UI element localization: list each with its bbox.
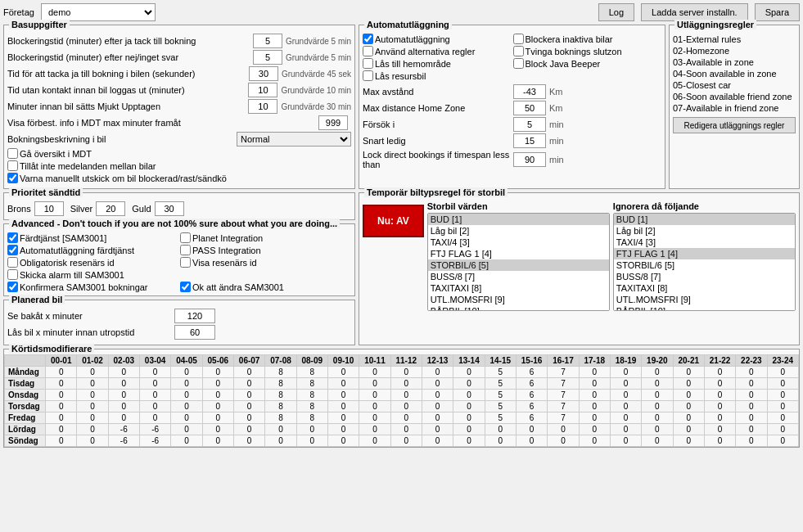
kort-cell-0-11[interactable]: 0 [390, 367, 422, 378]
kort-cell-1-22[interactable]: 0 [736, 378, 767, 390]
kort-cell-2-21[interactable]: 0 [704, 390, 735, 401]
kort-cell-0-21[interactable]: 0 [704, 367, 735, 378]
dist-input-2[interactable] [513, 117, 546, 132]
kort-cell-3-12[interactable]: 0 [422, 401, 453, 413]
kort-cell-5-18[interactable]: 0 [610, 424, 641, 435]
base-row-input-0[interactable] [253, 34, 282, 48]
kort-cell-4-17[interactable]: 0 [579, 413, 610, 424]
storbil-right-list[interactable]: BUD [1]Låg bil [2]TAXI/4 [3]FTJ FLAG 1 [… [613, 213, 796, 311]
kort-cell-3-13[interactable]: 0 [453, 401, 485, 413]
kort-cell-2-1[interactable]: 0 [77, 390, 108, 401]
storbil-right-option-8[interactable]: BÅRBIL [10] [614, 305, 795, 311]
storbil-left-option-7[interactable]: UTL.MOMSFRI [9] [428, 294, 609, 305]
base-checkbox-label-1[interactable]: Tillåt inte medelanden mellan bilar [7, 160, 156, 171]
kort-cell-5-1[interactable]: 0 [77, 424, 108, 435]
kort-cell-6-22[interactable]: 0 [736, 435, 767, 447]
kort-cell-4-8[interactable]: 8 [296, 413, 327, 424]
adv-checkbox-2[interactable] [7, 245, 18, 255]
kort-cell-3-3[interactable]: 0 [139, 401, 170, 413]
kort-cell-2-23[interactable]: 0 [767, 390, 798, 401]
auto-checkbox-5[interactable] [513, 58, 524, 69]
kort-cell-3-18[interactable]: 0 [610, 401, 641, 413]
storbil-right-option-6[interactable]: TAXITAXI [8] [614, 282, 795, 294]
edit-rules-button[interactable]: Redigera utläggnings regler [673, 117, 796, 133]
kort-cell-4-9[interactable]: 0 [327, 413, 359, 424]
base-checkbox-2[interactable] [7, 173, 18, 183]
kort-cell-0-19[interactable]: 0 [642, 367, 673, 378]
kort-cell-4-23[interactable]: 0 [767, 413, 798, 424]
storbil-left-option-4[interactable]: STORBIL/6 [5] [428, 259, 609, 271]
kort-cell-1-15[interactable]: 6 [516, 378, 547, 390]
kort-cell-4-21[interactable]: 0 [704, 413, 735, 424]
kort-cell-0-10[interactable]: 0 [359, 367, 390, 378]
kort-cell-0-9[interactable]: 0 [327, 367, 359, 378]
kort-cell-4-1[interactable]: 0 [77, 413, 108, 424]
kort-cell-4-5[interactable]: 0 [202, 413, 233, 424]
adv-checkbox-8[interactable] [7, 282, 18, 292]
kort-cell-0-12[interactable]: 0 [422, 367, 453, 378]
kort-cell-0-22[interactable]: 0 [736, 367, 767, 378]
kort-cell-6-8[interactable]: 0 [296, 435, 327, 447]
dist-input-1[interactable] [513, 101, 546, 115]
planned-input-1[interactable] [174, 325, 215, 340]
kort-cell-5-0[interactable]: 0 [46, 424, 77, 435]
kort-cell-6-17[interactable]: 0 [579, 435, 610, 447]
kort-cell-5-9[interactable]: 0 [327, 424, 359, 435]
storbil-right-option-2[interactable]: TAXI/4 [3] [614, 237, 795, 248]
kort-cell-2-4[interactable]: 0 [171, 390, 202, 401]
kort-cell-6-5[interactable]: 0 [202, 435, 233, 447]
kort-cell-2-7[interactable]: 8 [265, 390, 296, 401]
auto-checkbox-3[interactable] [513, 46, 524, 56]
storbil-left-option-0[interactable]: BUD [1] [428, 214, 609, 225]
kort-cell-4-22[interactable]: 0 [736, 413, 767, 424]
auto-checkbox-6[interactable] [363, 70, 373, 81]
auto-checkbox-4[interactable] [363, 58, 373, 69]
kort-cell-1-20[interactable]: 0 [673, 378, 704, 390]
kort-cell-4-11[interactable]: 0 [390, 413, 422, 424]
kort-cell-2-8[interactable]: 8 [296, 390, 327, 401]
kort-cell-2-16[interactable]: 7 [548, 390, 579, 401]
kort-cell-6-1[interactable]: 0 [77, 435, 108, 447]
kort-cell-3-8[interactable]: 8 [296, 401, 327, 413]
kort-cell-4-16[interactable]: 7 [548, 413, 579, 424]
kort-cell-3-19[interactable]: 0 [642, 401, 673, 413]
kort-cell-6-4[interactable]: 0 [171, 435, 202, 447]
kort-cell-4-15[interactable]: 6 [516, 413, 547, 424]
kort-cell-1-17[interactable]: 0 [579, 378, 610, 390]
kort-cell-1-7[interactable]: 8 [265, 378, 296, 390]
kort-cell-4-3[interactable]: 0 [139, 413, 170, 424]
kort-cell-3-6[interactable]: 0 [233, 401, 264, 413]
kort-cell-6-20[interactable]: 0 [673, 435, 704, 447]
kort-cell-3-20[interactable]: 0 [673, 401, 704, 413]
kort-cell-3-4[interactable]: 0 [171, 401, 202, 413]
kort-cell-4-2[interactable]: 0 [108, 413, 139, 424]
kort-cell-6-14[interactable]: 0 [485, 435, 516, 447]
storbil-right-option-3[interactable]: FTJ FLAG 1 [4] [614, 248, 795, 259]
kort-cell-2-14[interactable]: 5 [485, 390, 516, 401]
kort-cell-5-15[interactable]: 0 [516, 424, 547, 435]
kort-cell-0-0[interactable]: 0 [46, 367, 77, 378]
kort-cell-5-3[interactable]: -6 [139, 424, 170, 435]
base-checkbox-label-2[interactable]: Varna manuellt utskick om bil blockerad/… [7, 173, 227, 183]
kort-cell-0-23[interactable]: 0 [767, 367, 798, 378]
kort-cell-5-12[interactable]: 0 [422, 424, 453, 435]
storbil-left-option-2[interactable]: TAXI/4 [3] [428, 237, 609, 248]
base-checkbox-1[interactable] [7, 160, 18, 171]
priority-input-1[interactable] [96, 201, 125, 216]
adv-checkbox-0[interactable] [7, 232, 18, 243]
kort-cell-0-15[interactable]: 6 [516, 367, 547, 378]
dist-input-0[interactable] [513, 84, 546, 99]
kort-cell-6-23[interactable]: 0 [767, 435, 798, 447]
storbil-right-option-4[interactable]: STORBIL/6 [5] [614, 259, 795, 271]
kort-cell-1-4[interactable]: 0 [171, 378, 202, 390]
kort-cell-4-6[interactable]: 0 [233, 413, 264, 424]
kort-cell-3-15[interactable]: 6 [516, 401, 547, 413]
adv-checkbox-9[interactable] [180, 282, 191, 292]
kort-cell-5-2[interactable]: -6 [108, 424, 139, 435]
kort-cell-3-23[interactable]: 0 [767, 401, 798, 413]
kort-cell-0-4[interactable]: 0 [171, 367, 202, 378]
kort-cell-6-18[interactable]: 0 [610, 435, 641, 447]
kort-cell-2-20[interactable]: 0 [673, 390, 704, 401]
kort-cell-0-18[interactable]: 0 [610, 367, 641, 378]
kort-cell-5-19[interactable]: 0 [642, 424, 673, 435]
